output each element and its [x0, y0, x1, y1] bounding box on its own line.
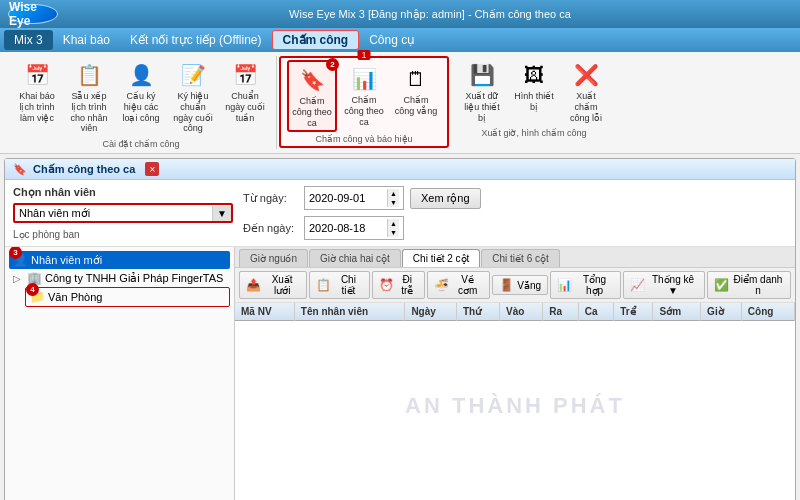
to-date-spinner[interactable]: ▲ ▼: [387, 219, 399, 237]
sau-xep-lich-icon: 📋: [73, 59, 105, 91]
khai-bao-lich-button[interactable]: 📅 Khai báo lịch trình làm việc: [12, 56, 62, 137]
menu-item-chamcong[interactable]: Chấm công: [272, 30, 360, 50]
xuat-cham-cong-button[interactable]: ❌ Xuất chấm công lỗi: [561, 56, 611, 126]
col-vao: Vào: [500, 303, 543, 321]
col-cong: Công: [741, 303, 794, 321]
to-date-input[interactable]: 2020-08-18 ▲ ▼: [304, 216, 404, 240]
employee-label: Chọn nhân viên: [13, 186, 233, 199]
hinh-thiet-bi-icon: 🖼: [518, 59, 550, 91]
diem-danh-icon: ✅: [714, 278, 729, 292]
cau-ky-hieu-icon: 👤: [125, 59, 157, 91]
ve-com-button[interactable]: 🍜 Về cơm: [427, 271, 490, 299]
ky-hieu-button[interactable]: 📝 Ký hiệu chuẩn ngày cuối công: [168, 56, 218, 137]
form-left: Chọn nhân viên ▼ Lọc phòng ban: [13, 186, 233, 240]
tree-item-company-label: Công ty TNHH Giải Pháp FingerTAS: [45, 272, 223, 285]
view-button[interactable]: Xem rộng: [410, 188, 481, 209]
tong-hop-button[interactable]: 📊 Tổng hợp: [550, 271, 621, 299]
col-gio: Giờ: [701, 303, 742, 321]
toolbar-group-chamcong-buttons: 🔖 Chấm công theo ca 2 📊 Chấm công theo c…: [287, 60, 441, 132]
ve-com-icon: 🍜: [434, 278, 449, 292]
col-ra: Ra: [543, 303, 579, 321]
khai-bao-lich-label: Khai báo lịch trình làm việc: [15, 91, 59, 123]
to-date-value: 2020-08-18: [309, 222, 365, 234]
menu-bar: Mix 3 Khai báo Kết nối trực tiếp (Offlin…: [0, 28, 800, 52]
vang-button[interactable]: 🚪 Vắng: [492, 275, 548, 295]
tabs-bar: Giờ nguồn Giờ chia hai cột Chi tiết 2 cộ…: [235, 247, 795, 268]
col-ngay: Ngày: [405, 303, 457, 321]
xuat-luoi-button[interactable]: 📤 Xuất lưới: [239, 271, 307, 299]
from-date-label: Từ ngày:: [243, 192, 298, 205]
sau-xep-lich-button[interactable]: 📋 Sẫu xếp lịch trình cho nhân viên: [64, 56, 114, 137]
thong-ke-button[interactable]: 📈 Thống kê ▼: [623, 271, 705, 299]
toolbar-group-khaibao-buttons: 📅 Khai báo lịch trình làm việc 📋 Sẫu xếp…: [12, 56, 270, 137]
chi-tiet-icon: 📋: [316, 278, 331, 292]
cau-ky-hieu-label: Cấu ký hiệu các loại công: [119, 91, 163, 123]
from-date-spinner[interactable]: ▲ ▼: [387, 189, 399, 207]
form-right: Từ ngày: 2020-09-01 ▲ ▼ Xem rộng Đến ngà…: [243, 186, 481, 240]
menu-item-khaibao[interactable]: Khai báo: [53, 30, 120, 50]
toolbar-group-xuat: 💾 Xuất dữ liệu thiết bị 🖼 Hình thiết bị …: [451, 56, 617, 138]
close-button[interactable]: ×: [145, 162, 159, 176]
chuan-ngay-label: Chuẩn ngày cuối tuần: [223, 91, 267, 123]
sub-window-title-bar: 🔖 Chấm công theo ca ×: [5, 159, 795, 180]
cham-cong-theo-ca2-label: Chấm công theo ca: [342, 95, 386, 127]
toolbar-group-khaibao: 📅 Khai báo lịch trình làm việc 📋 Sẫu xếp…: [6, 56, 277, 149]
tree-item-nhanvien-label: Nhân viên mới: [31, 254, 102, 267]
title-bar: Wise Eye Wise Eye Mix 3 [Đăng nhập: admi…: [0, 0, 800, 28]
cham-cong-vang-icon: 🗒: [400, 63, 432, 95]
vang-icon: 🚪: [499, 278, 514, 292]
logo: Wise Eye: [8, 4, 58, 24]
cau-ky-hieu-button[interactable]: 👤 Cấu ký hiệu các loại công: [116, 56, 166, 137]
col-thu: Thứ: [456, 303, 499, 321]
chuan-ngay-icon: 📅: [229, 59, 261, 91]
employee-input-row: ▼: [13, 203, 233, 223]
tree-item-company[interactable]: ▷ 🏢 Công ty TNHH Giải Pháp FingerTAS: [9, 269, 230, 287]
menu-item-ketnoitructiep[interactable]: Kết nối trực tiếp (Offline): [120, 30, 271, 50]
xuat-du-lieu-icon: 💾: [466, 59, 498, 91]
employee-input[interactable]: [15, 205, 208, 221]
tab-chitiet2cot[interactable]: Chi tiết 2 cột: [402, 249, 480, 267]
cham-cong-theo-ca-icon: 🔖: [296, 64, 328, 96]
left-panel-tree: 👤 Nhân viên mới 3 ▷ 🏢 Công ty TNHH Giải …: [5, 247, 235, 500]
from-date-row: Từ ngày: 2020-09-01 ▲ ▼ Xem rộng: [243, 186, 481, 210]
tab-chitiet6cot[interactable]: Chi tiết 6 cột: [481, 249, 559, 267]
diem-danh-button[interactable]: ✅ Điểm danh n: [707, 271, 791, 299]
filter-label: Lọc phòng ban: [13, 229, 233, 240]
ky-hieu-label: Ký hiệu chuẩn ngày cuối công: [171, 91, 215, 134]
employee-dropdown-button[interactable]: ▼: [212, 206, 231, 221]
group-badge-1: 1: [357, 50, 370, 60]
from-date-input[interactable]: 2020-09-01 ▲ ▼: [304, 186, 404, 210]
tree-item-vanphong[interactable]: 📁 Văn Phòng 4: [25, 287, 230, 307]
di-tre-button[interactable]: ⏰ Đi trễ: [372, 271, 425, 299]
col-tennhanvien: Tên nhân viên: [294, 303, 405, 321]
to-date-row: Đến ngày: 2020-08-18 ▲ ▼: [243, 216, 481, 240]
chi-tiet-button[interactable]: 📋 Chi tiết: [309, 271, 369, 299]
form-area: Chọn nhân viên ▼ Lọc phòng ban Từ ngày: …: [5, 180, 795, 247]
hinh-thiet-bi-label: Hình thiết bị: [512, 91, 556, 113]
tab-giochiahaicot[interactable]: Giờ chia hai cột: [309, 249, 401, 267]
cham-cong-theo-ca-label: Chấm công theo ca: [291, 96, 333, 128]
toolbar-group3-label: Xuất giờ, hình chấm công: [481, 128, 586, 138]
cham-cong-theo-ca2-button[interactable]: 📊 Chấm công theo ca: [339, 60, 389, 132]
action-bar: 📤 Xuất lưới 📋 Chi tiết ⏰ Đi trễ 🍜 Về cơm…: [235, 268, 795, 303]
cham-cong-vang-button[interactable]: 🗒 Chấm công vắng: [391, 60, 441, 132]
di-tre-icon: ⏰: [379, 278, 394, 292]
col-manv: Mã NV: [235, 303, 294, 321]
expand-icon-company: ▷: [13, 273, 23, 284]
thong-ke-icon: 📈: [630, 278, 645, 292]
cham-cong-theo-ca-button[interactable]: 🔖 Chấm công theo ca 2: [287, 60, 337, 132]
title-bar-text: Wise Eye Mix 3 [Đăng nhập: admin] - Chấm…: [68, 8, 792, 21]
toolbar: 📅 Khai báo lịch trình làm việc 📋 Sẫu xếp…: [0, 52, 800, 154]
menu-item-congcu[interactable]: Công cụ: [359, 30, 425, 50]
toolbar-group1-label: Cài đặt chấm công: [102, 139, 179, 149]
toolbar-group-xuat-buttons: 💾 Xuất dữ liệu thiết bị 🖼 Hình thiết bị …: [457, 56, 611, 126]
main-content: 👤 Nhân viên mới 3 ▷ 🏢 Công ty TNHH Giải …: [5, 247, 795, 500]
hinh-thiet-bi-button[interactable]: 🖼 Hình thiết bị: [509, 56, 559, 126]
tab-gionguon[interactable]: Giờ nguồn: [239, 249, 308, 267]
chuan-ngay-button[interactable]: 📅 Chuẩn ngày cuối tuần: [220, 56, 270, 137]
col-ca: Ca: [578, 303, 614, 321]
tree-item-nhanvien[interactable]: 👤 Nhân viên mới 3: [9, 251, 230, 269]
xuat-du-lieu-button[interactable]: 💾 Xuất dữ liệu thiết bị: [457, 56, 507, 126]
sub-window-icon: 🔖: [13, 163, 27, 176]
menu-item-mix3[interactable]: Mix 3: [4, 30, 53, 50]
